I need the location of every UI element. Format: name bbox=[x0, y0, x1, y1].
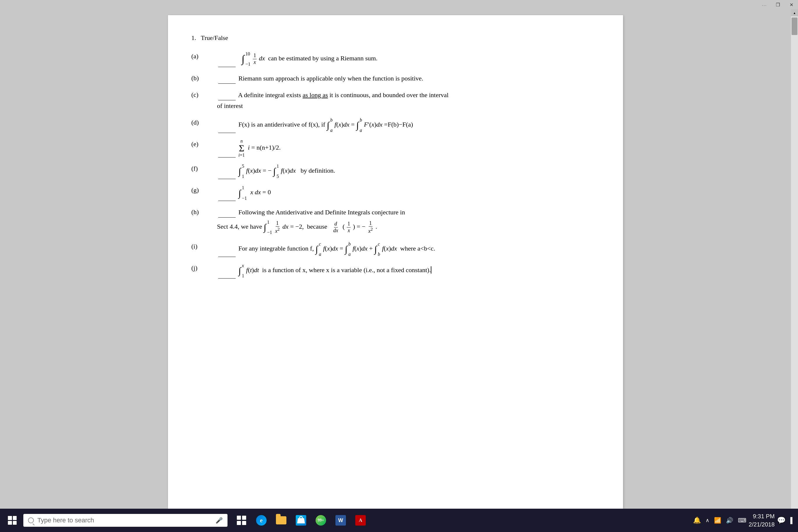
int-sign-i3: ∫ bbox=[374, 244, 377, 254]
integral-a: ∫ 10 −1 bbox=[242, 51, 251, 67]
bounds-d2: b a bbox=[360, 117, 362, 133]
time-display: 9:31 PM bbox=[749, 512, 775, 520]
word-icon: W bbox=[336, 515, 346, 526]
show-desktop[interactable]: ▌ bbox=[791, 517, 795, 524]
action-center[interactable]: 💬 bbox=[777, 516, 786, 525]
expand-icon[interactable]: ∧ bbox=[705, 517, 709, 524]
blank-f bbox=[218, 179, 236, 179]
title-bar-buttons: ... ❐ ✕ bbox=[758, 0, 798, 10]
close-button[interactable]: ✕ bbox=[784, 0, 798, 10]
bounds-h: 1 −1 bbox=[267, 219, 272, 235]
label-d: (d) bbox=[191, 117, 215, 128]
word-button[interactable]: W bbox=[331, 510, 350, 531]
int-sign-i2: ∫ bbox=[345, 244, 347, 254]
blank-i bbox=[218, 256, 236, 257]
task-view-button[interactable] bbox=[232, 510, 251, 531]
store-button[interactable] bbox=[292, 510, 310, 531]
problem-b: (b) Riemann sum approach is applicable o… bbox=[191, 73, 600, 84]
green-circle-icon: 99+ bbox=[316, 515, 326, 526]
taskbar-app-icons: e 99+ W A bbox=[232, 510, 370, 531]
section-number: 1. bbox=[191, 34, 196, 41]
frac-h4: 1 x2 bbox=[368, 220, 374, 234]
label-g: (g) bbox=[191, 185, 215, 195]
label-e: (e) bbox=[191, 139, 215, 149]
search-icon bbox=[28, 517, 34, 523]
problem-d: (d) F(x) is an antiderivative of f(x), i… bbox=[191, 117, 600, 133]
svg-rect-0 bbox=[237, 516, 241, 520]
scroll-up[interactable]: ▲ bbox=[791, 10, 798, 16]
label-c: (c) bbox=[191, 90, 215, 100]
bounds-i2: b a bbox=[348, 241, 350, 257]
search-bar[interactable]: Type here to search 🎤 bbox=[23, 514, 228, 527]
clock[interactable]: 9:31 PM 2/21/2018 bbox=[749, 512, 775, 529]
svg-rect-1 bbox=[242, 516, 246, 520]
problem-a: (a) ∫ 10 −1 1 x dx bbox=[191, 51, 600, 67]
integral-f2: ∫ 1 5 bbox=[273, 163, 279, 179]
mic-icon[interactable]: 🎤 bbox=[215, 517, 223, 524]
problem-i: (i) For any integrable function f, ∫ c a… bbox=[191, 241, 600, 257]
bounds-j: x 1 bbox=[242, 263, 244, 279]
bounds-g: 1 −1 bbox=[242, 185, 247, 201]
edge-icon: e bbox=[256, 515, 267, 526]
integral-d2: ∫ b a bbox=[356, 117, 363, 133]
blank-j bbox=[218, 278, 236, 279]
integral-f1: ∫ 5 1 bbox=[239, 163, 245, 179]
red-icon: A bbox=[355, 515, 366, 526]
integral-j: ∫ x 1 bbox=[239, 263, 245, 279]
content-j: ∫ x 1 f(t)dt is a function of x, where x… bbox=[217, 263, 600, 279]
problem-j: (j) ∫ x 1 f(t)dt is a function of x, whe… bbox=[191, 263, 600, 279]
sys-icons: 🔔 ∧ 📶 🔊 ⌨ bbox=[693, 516, 746, 524]
blank-d bbox=[218, 133, 236, 133]
int-sign-h: ∫ bbox=[264, 223, 266, 232]
content-h: Following the Antiderivative and Definit… bbox=[217, 207, 600, 235]
int-sign-f1: ∫ bbox=[239, 167, 241, 176]
restore-button[interactable]: ❐ bbox=[771, 0, 784, 10]
volume-icon[interactable]: 🔊 bbox=[726, 517, 733, 524]
int-sign-g: ∫ bbox=[239, 188, 241, 198]
blank-e bbox=[218, 157, 236, 157]
wifi-icon[interactable]: 📶 bbox=[714, 517, 721, 524]
document-page: 1. True/False (a) ∫ 10 −1 bbox=[168, 15, 623, 509]
task-view-icon bbox=[236, 515, 247, 526]
frac-h2: d dx bbox=[333, 221, 339, 234]
blank-h bbox=[218, 217, 236, 217]
frac-h3: 1 x bbox=[347, 221, 350, 234]
content-h-sect: Sect 4.4, we have ∫ 1 −1 1 x2 dx bbox=[217, 219, 600, 235]
sigma-sym-e: n Σ i=1 bbox=[239, 139, 245, 157]
problem-c: (c) A definite integral exists as long a… bbox=[191, 90, 600, 111]
start-icon bbox=[8, 516, 17, 525]
store-bag-icon bbox=[296, 515, 306, 526]
integral-i2: ∫ b a bbox=[345, 241, 351, 257]
label-b: (b) bbox=[191, 73, 215, 83]
scrollbar[interactable]: ▲ bbox=[791, 10, 798, 509]
integral-i1: ∫ c a bbox=[315, 241, 321, 257]
frac-h: 1 x2 bbox=[274, 220, 280, 234]
green-app-button[interactable]: 99+ bbox=[311, 510, 330, 531]
badge-label: 99+ bbox=[318, 518, 324, 522]
integral-h: ∫ 1 −1 bbox=[264, 219, 272, 235]
problem-f: (f) ∫ 5 1 f(x)dx = − ∫ 1 bbox=[191, 163, 600, 179]
notifications-icon[interactable]: 🔔 bbox=[693, 516, 701, 524]
edge-button[interactable]: e bbox=[252, 510, 271, 531]
content-e: n Σ i=1 i = n(n+1)/2. bbox=[217, 139, 600, 157]
problem-e: (e) n Σ i=1 i = n(n+1)/2. bbox=[191, 139, 600, 157]
content-c-cont: of interest bbox=[217, 100, 600, 111]
content-f: ∫ 5 1 f(x)dx = − ∫ 1 5 f(x) bbox=[217, 163, 600, 179]
content-i: For any integrable function f, ∫ c a f(x… bbox=[217, 241, 600, 257]
blank-b bbox=[218, 83, 236, 84]
start-button[interactable] bbox=[3, 512, 21, 529]
scroll-thumb[interactable] bbox=[792, 18, 797, 35]
int-sign-j: ∫ bbox=[239, 266, 241, 276]
label-f: (f) bbox=[191, 163, 215, 173]
bounds-a: 10 −1 bbox=[245, 51, 250, 67]
problem-g: (g) ∫ 1 −1 x dx = 0 bbox=[191, 185, 600, 201]
battery-icon[interactable]: ⌨ bbox=[738, 517, 746, 524]
text-cursor bbox=[431, 266, 431, 273]
folder-icon bbox=[276, 516, 286, 525]
red-app-button[interactable]: A bbox=[351, 510, 370, 531]
blank-g bbox=[218, 201, 236, 201]
system-tray: 🔔 ∧ 📶 🔊 ⌨ 9:31 PM 2/21/2018 💬 ▌ bbox=[693, 512, 795, 529]
date-display: 2/21/2018 bbox=[749, 520, 775, 529]
label-i: (i) bbox=[191, 241, 215, 251]
file-explorer-button[interactable] bbox=[272, 510, 290, 531]
